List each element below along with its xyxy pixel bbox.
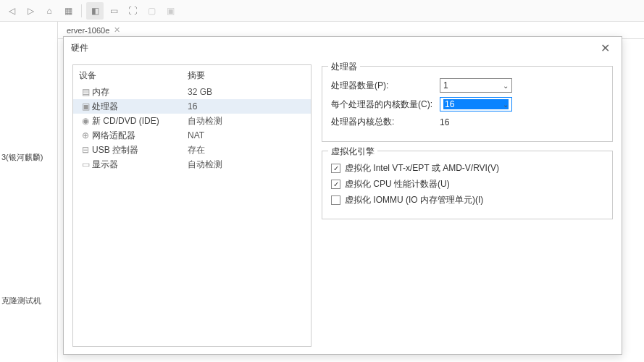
virt-option-label: 虚拟化 IOMMU (IO 内存管理单元)(I): [345, 194, 483, 206]
total-cores-label: 处理器内核总数:: [331, 116, 440, 128]
device-row-display[interactable]: ▭显示器自动检测: [73, 157, 311, 172]
processor-fieldset: 处理器 处理器数量(P): 1 ⌄ 每个处理器的内核数量(C): 16 ⌄: [322, 66, 613, 142]
device-summary: 32 GB: [188, 87, 305, 97]
memory-icon: ▤: [79, 87, 92, 97]
device-list-header: 设备 摘要: [73, 68, 311, 85]
device-name: 内存: [92, 86, 188, 98]
device-summary: 自动检测: [188, 115, 305, 127]
virt-option-label: 虚拟化 CPU 性能计数器(U): [345, 178, 450, 190]
virt-option-label: 虚拟化 Intel VT-x/EPT 或 AMD-V/RVI(V): [345, 162, 499, 174]
tab-close-icon[interactable]: ✕: [114, 25, 120, 35]
hardware-dialog: 硬件 ✕ 设备 摘要 ▤内存32 GB▣处理器16◉新 CD/DVD (IDE)…: [63, 36, 622, 355]
device-summary: 16: [188, 101, 305, 111]
toolbar-snapshot-icon[interactable]: ▢: [143, 2, 160, 20]
toolbar-fit-icon[interactable]: ⛶: [124, 2, 141, 20]
processor-count-value: 1: [443, 80, 509, 90]
processor-legend: 处理器: [328, 61, 360, 73]
processor-count-label: 处理器数量(P):: [331, 80, 440, 92]
device-row-memory[interactable]: ▤内存32 GB: [73, 85, 311, 99]
toolbar-forward-icon[interactable]: ▷: [22, 2, 39, 20]
virtualization-fieldset: 虚拟化引擎 虚拟化 Intel VT-x/EPT 或 AMD-V/RVI(V)虚…: [322, 151, 613, 219]
cores-per-processor-value: 16: [443, 99, 509, 109]
device-row-usb[interactable]: ⊟USB 控制器存在: [73, 143, 311, 157]
dialog-titlebar: 硬件 ✕: [64, 37, 622, 59]
device-name: 处理器: [92, 101, 188, 113]
device-summary: 存在: [188, 144, 305, 156]
device-summary: 自动检测: [188, 159, 305, 171]
usb-icon: ⊟: [79, 145, 92, 155]
device-name: 显示器: [92, 159, 188, 171]
dialog-title: 硬件: [71, 42, 88, 54]
checkbox-icon[interactable]: [331, 164, 340, 173]
checkbox-icon[interactable]: [331, 180, 340, 189]
virt-option-2[interactable]: 虚拟化 IOMMU (IO 内存管理单元)(I): [331, 194, 603, 206]
toolbar-back-icon[interactable]: ◁: [3, 2, 20, 20]
toolbar-layout-single-icon[interactable]: ▭: [105, 2, 122, 20]
total-cores-value: 16: [440, 117, 449, 127]
close-icon[interactable]: ✕: [596, 40, 614, 56]
device-row-disc[interactable]: ◉新 CD/DVD (IDE)自动检测: [73, 114, 311, 128]
device-name: 新 CD/DVD (IDE): [92, 115, 188, 127]
device-row-net[interactable]: ⊕网络适配器NAT: [73, 128, 311, 143]
vm-library-sidebar: 3(银河麒麟) 克隆测试机: [0, 22, 58, 362]
virt-option-1[interactable]: 虚拟化 CPU 性能计数器(U): [331, 178, 603, 190]
vm-tab-label: erver-1060e: [67, 26, 109, 35]
virtualization-legend: 虚拟化引擎: [328, 146, 377, 158]
cpu-icon: ▣: [79, 101, 92, 111]
virt-option-0[interactable]: 虚拟化 Intel VT-x/EPT 或 AMD-V/RVI(V): [331, 162, 603, 174]
header-summary: 摘要: [188, 70, 305, 82]
settings-panel: 处理器 处理器数量(P): 1 ⌄ 每个处理器的内核数量(C): 16 ⌄: [322, 64, 613, 347]
processor-count-select[interactable]: 1 ⌄: [440, 78, 512, 93]
cores-per-processor-label: 每个处理器的内核数量(C):: [331, 98, 440, 111]
toolbar-layout-split-icon[interactable]: ◧: [86, 2, 104, 20]
checkbox-icon[interactable]: [331, 195, 340, 205]
display-icon: ▭: [79, 159, 92, 169]
device-summary: NAT: [188, 130, 305, 140]
toolbar-separator: [81, 4, 82, 17]
device-list-panel: 设备 摘要 ▤内存32 GB▣处理器16◉新 CD/DVD (IDE)自动检测⊕…: [72, 64, 311, 347]
sidebar-item-clone[interactable]: 克隆测试机: [1, 295, 41, 306]
net-icon: ⊕: [79, 130, 92, 140]
disc-icon: ◉: [79, 116, 92, 126]
toolbar-fullscreen-icon[interactable]: ▣: [162, 2, 179, 20]
device-row-cpu[interactable]: ▣处理器16: [73, 99, 311, 114]
app-toolbar: ◁ ▷ ⌂ ▦ ◧ ▭ ⛶ ▢ ▣: [0, 0, 644, 22]
header-device: 设备: [79, 70, 188, 82]
sidebar-item-kylin[interactable]: 3(银河麒麟): [1, 152, 43, 163]
device-name: USB 控制器: [92, 144, 188, 156]
device-name: 网络适配器: [92, 130, 188, 142]
toolbar-home-icon[interactable]: ⌂: [41, 2, 58, 20]
toolbar-grid-icon[interactable]: ▦: [59, 2, 77, 20]
cores-per-processor-select[interactable]: 16 ⌄: [440, 97, 512, 111]
